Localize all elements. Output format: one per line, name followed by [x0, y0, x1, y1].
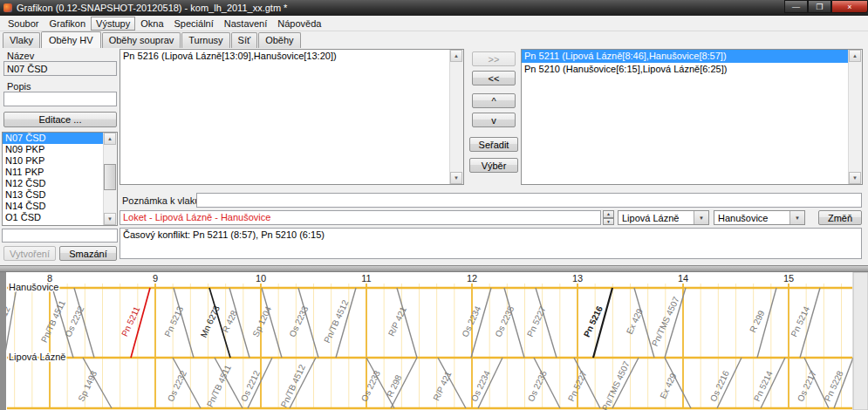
assigned-trains-listbox[interactable]: Pn 5211 (Lipová Lázně[8:46],Hanušovice[8… [521, 49, 863, 185]
close-button[interactable]: × [831, 0, 868, 13]
name-label: Název [7, 51, 34, 61]
station-from-combo[interactable]: Lipová Lázně ▼ [618, 210, 709, 225]
note-label: Poznámka k vlaku: [122, 195, 202, 206]
sort-button[interactable]: Seřadit [469, 137, 518, 152]
new-circulation-field[interactable] [2, 229, 118, 243]
minimize-button[interactable]: — [784, 0, 808, 13]
menu-item-3[interactable]: Okna [135, 17, 168, 31]
svg-text:Os 2232: Os 2232 [63, 304, 85, 338]
description-field[interactable] [3, 92, 117, 106]
list-item[interactable]: N12 ČSD [3, 178, 104, 189]
spinner-down-icon[interactable]: ▼ [603, 218, 614, 226]
svg-text:Ex 429: Ex 429 [658, 372, 678, 400]
tab-2[interactable]: Oběhy souprav [102, 32, 181, 48]
tab-bar: VlakyOběhy HVOběhy soupravTurnusySíťOběh… [0, 31, 868, 48]
list-item[interactable]: N13 ČSD [3, 189, 104, 201]
svg-text:10: 10 [256, 273, 266, 284]
svg-text:Pn 5227: Pn 5227 [525, 304, 548, 338]
svg-text:Ex 429: Ex 429 [625, 307, 645, 336]
svg-text:15: 15 [783, 273, 794, 284]
delete-button[interactable]: Smazání [59, 246, 117, 261]
menu-item-0[interactable]: Soubor [3, 17, 44, 31]
menu-item-4[interactable]: Speciální [169, 17, 219, 31]
circulation-listbox[interactable]: N07 ČSDN09 PKPN10 PKPN11 PKPN12 ČSDN13 Č… [2, 132, 118, 226]
tab-3[interactable]: Turnusy [181, 32, 229, 48]
svg-text:11: 11 [361, 273, 371, 284]
list-item[interactable]: Pn 5210 (Hanušovice[6:15],Lipová Lázně[6… [522, 63, 849, 76]
svg-text:Mn 6273: Mn 6273 [199, 304, 222, 338]
spinner-up-icon[interactable]: ▲ [603, 210, 614, 218]
move-down-button[interactable]: v [472, 113, 516, 127]
assigned-scrollbar[interactable]: ▲ ▼ [848, 50, 862, 184]
conflict-textarea[interactable]: Časový konflikt: Pn 5211 (8:57), Pn 5210… [120, 228, 862, 259]
svg-text:13: 13 [572, 273, 583, 284]
svg-text:R/P 421: R/P 421 [386, 305, 408, 338]
tab-5[interactable]: Oběhy [258, 32, 300, 48]
maximize-button[interactable]: ❐ [808, 0, 831, 13]
scroll-up-icon[interactable]: ▲ [104, 133, 116, 145]
menu-item-1[interactable]: Grafikon [44, 17, 91, 31]
route-spinner[interactable]: ▲ ▼ [603, 210, 614, 225]
train-graph[interactable]: Pn 5212Pn/TB 4511Os 2232Pn 5211Pn 5213Mn… [0, 272, 868, 410]
tab-0[interactable]: Vlaky [3, 32, 40, 48]
list-item[interactable]: N07 ČSD [3, 133, 104, 144]
available-scrollbar[interactable]: ▲ ▼ [449, 50, 463, 184]
note-field[interactable] [196, 193, 862, 208]
svg-text:R/P 421: R/P 421 [431, 370, 453, 403]
svg-text:Pn 5216: Pn 5216 [582, 304, 605, 338]
list-item[interactable]: Pn 5216 (Lipová Lázně[13:09],Hanušovice[… [120, 50, 450, 63]
svg-text:12: 12 [467, 273, 477, 284]
select-button[interactable]: Výběr [469, 158, 518, 173]
edit-button[interactable]: Editace ... [3, 112, 117, 127]
list-item[interactable]: O1 ČSD [3, 212, 104, 223]
list-item[interactable]: N11 PKP [3, 167, 104, 178]
list-item[interactable]: N09 PKP [3, 144, 104, 155]
scroll-up-icon[interactable]: ▲ [450, 50, 462, 62]
svg-text:Os 2235: Os 2235 [526, 369, 549, 403]
svg-text:Sp 1493: Sp 1493 [76, 369, 99, 403]
svg-text:Os 2235: Os 2235 [493, 304, 516, 338]
station-to-value: Hanušovice [718, 213, 768, 223]
svg-text:Pn 5213: Pn 5213 [162, 304, 185, 338]
create-button[interactable]: Vytvoření [3, 246, 56, 261]
scrollbar-thumb[interactable] [104, 164, 116, 190]
svg-text:Pn 5214: Pn 5214 [789, 304, 811, 338]
chevron-down-icon[interactable]: ▼ [789, 211, 804, 224]
scroll-down-icon[interactable]: ▼ [104, 213, 116, 225]
svg-text:Hanušovice: Hanušovice [9, 282, 58, 292]
svg-text:Lipová Lázně: Lipová Lázně [9, 352, 65, 362]
svg-text:R 298: R 298 [385, 373, 403, 399]
svg-text:14: 14 [678, 273, 688, 284]
svg-text:Os 2233: Os 2233 [287, 304, 310, 338]
train-graph-panel: Pn 5212Pn/TB 4511Os 2232Pn 5211Pn 5213Mn… [0, 272, 868, 410]
circulation-scrollbar[interactable]: ▲ ▼ [103, 133, 117, 225]
change-button[interactable]: Změň [818, 210, 862, 225]
menu-item-6[interactable]: Nápověda [272, 17, 326, 31]
chevron-down-icon[interactable]: ▼ [694, 211, 708, 224]
move-up-button[interactable]: ^ [472, 93, 516, 108]
station-to-combo[interactable]: Hanušovice ▼ [714, 210, 805, 225]
svg-text:Sp 1204: Sp 1204 [250, 304, 273, 338]
splitter-bar[interactable] [0, 265, 868, 272]
add-train-button[interactable]: >> [472, 51, 516, 66]
list-item[interactable]: N14 ČSD [3, 201, 104, 212]
remove-train-button[interactable]: << [472, 71, 516, 85]
name-field[interactable] [3, 61, 117, 76]
java-icon [3, 3, 12, 12]
tab-1[interactable]: Oběhy HV [41, 31, 101, 49]
scroll-down-icon[interactable]: ▼ [849, 172, 861, 184]
tab-4[interactable]: Síť [231, 32, 258, 48]
list-item[interactable]: Pn 5211 (Lipová Lázně[8:46],Hanušovice[8… [522, 50, 849, 63]
description-label: Popis [7, 81, 31, 92]
menu-item-5[interactable]: Nastavení [219, 17, 273, 31]
menu-item-2[interactable]: Výstupy [91, 17, 135, 31]
scroll-up-icon[interactable]: ▲ [849, 50, 861, 62]
svg-text:Pn/TB 4511: Pn/TB 4511 [205, 363, 233, 408]
route-field[interactable]: Loket - Lipová Lázně - Hanušovice [120, 210, 601, 225]
svg-text:R 299: R 299 [748, 309, 766, 334]
window-title: Grafikon (0.12-SNAPSHOT-20120518) - kom_… [17, 3, 287, 13]
scroll-down-icon[interactable]: ▼ [450, 172, 462, 184]
station-from-value: Lipová Lázně [622, 213, 679, 223]
list-item[interactable]: N10 PKP [3, 155, 104, 167]
available-trains-listbox[interactable]: Pn 5216 (Lipová Lázně[13:09],Hanušovice[… [120, 49, 464, 185]
